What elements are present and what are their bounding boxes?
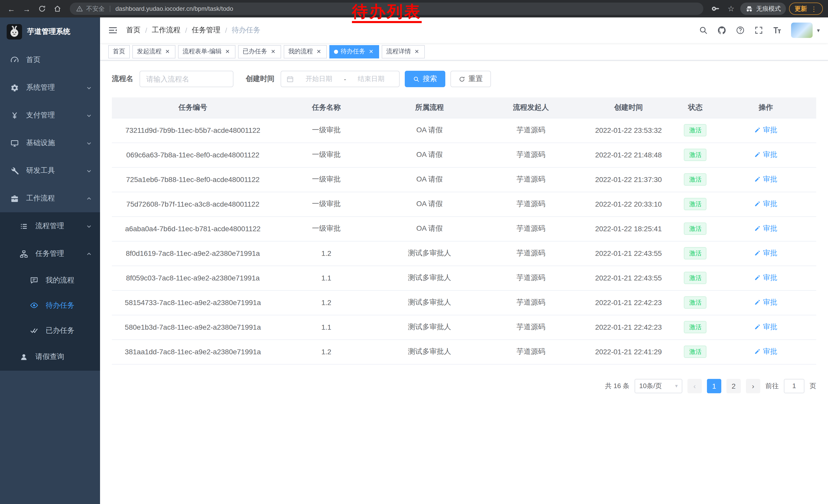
page-button-1[interactable]: 1	[707, 379, 721, 393]
task-table: 任务编号任务名称所属流程流程发起人创建时间状态操作 73211d9d-7b9b-…	[112, 97, 816, 364]
security-label: 不安全	[86, 4, 105, 13]
tab-start-process[interactable]: 发起流程×	[132, 45, 175, 58]
font-size-icon[interactable]	[773, 26, 782, 35]
page-button-2[interactable]: 2	[727, 379, 741, 393]
sidebar-item-my-process[interactable]: 我的流程	[0, 268, 100, 293]
briefcase-icon	[10, 194, 19, 203]
approve-link[interactable]: 审批	[754, 322, 778, 332]
page-size-select[interactable]: 10条/页 ▾	[634, 379, 682, 393]
home-icon[interactable]	[51, 3, 64, 15]
tab-todo-task[interactable]: 待办任务×	[329, 45, 379, 58]
sidebar-item-task-management[interactable]: 任务管理	[0, 240, 100, 268]
search-button-label: 搜索	[423, 74, 437, 84]
starter-cell: 芋道源码	[480, 241, 581, 266]
chevron-down-icon	[86, 112, 92, 118]
approve-link[interactable]: 审批	[754, 224, 778, 233]
page-suffix: 页	[810, 381, 816, 391]
top-navbar: 首页/工作流程/任务管理/待办任务 ▾	[100, 17, 828, 43]
sidebar-item-todo-task[interactable]: 待办任务	[0, 293, 100, 318]
status-cell: 激活	[675, 216, 716, 241]
sidebar-toggle-icon[interactable]	[108, 25, 118, 35]
goto-page-input[interactable]	[784, 379, 804, 393]
status-cell: 激活	[675, 142, 716, 167]
action-cell: 审批	[715, 192, 816, 216]
process-cell: 测试多审批人	[379, 290, 480, 315]
avatar[interactable]	[791, 22, 813, 38]
sidebar-item-done-task[interactable]: 已办任务	[0, 318, 100, 343]
approve-label: 审批	[763, 199, 778, 209]
sidebar-item-process-management[interactable]: 流程管理	[0, 212, 100, 240]
sidebar-item-home[interactable]: 首页	[0, 46, 100, 74]
approve-link[interactable]: 审批	[754, 175, 778, 184]
breadcrumb-item[interactable]: 任务管理	[192, 26, 220, 35]
tab-home[interactable]: 首页	[108, 45, 130, 58]
approve-link[interactable]: 审批	[754, 347, 778, 356]
sidebar-item-devtools[interactable]: 研发工具	[0, 157, 100, 185]
key-icon[interactable]	[709, 3, 722, 15]
chevron-down-icon	[86, 140, 92, 146]
warning-icon	[76, 5, 83, 12]
update-button[interactable]: 更新 ⋮	[789, 3, 823, 15]
tab-my-process[interactable]: 我的流程×	[284, 45, 327, 58]
sidebar-item-system[interactable]: 系统管理	[0, 74, 100, 101]
approve-label: 审批	[763, 150, 778, 159]
tab-done-task[interactable]: 已办任务×	[238, 45, 281, 58]
tab-close-icon[interactable]: ×	[224, 48, 231, 55]
reset-button[interactable]: 重置	[450, 71, 491, 87]
sidebar-item-infrastructure[interactable]: 基础设施	[0, 129, 100, 157]
tab-close-icon[interactable]: ×	[368, 48, 374, 55]
fullscreen-icon[interactable]	[754, 26, 763, 35]
select-caret-icon: ▾	[675, 383, 678, 388]
column-header: 所属流程	[379, 97, 480, 118]
logo[interactable]: 芋道管理系统	[0, 17, 100, 46]
sidebar-item-payment[interactable]: 支付管理	[0, 101, 100, 129]
column-header: 流程发起人	[480, 97, 581, 118]
process-cell: OA 请假	[379, 167, 480, 192]
tab-close-icon[interactable]: ×	[316, 48, 322, 55]
next-page-button[interactable]: ›	[746, 379, 760, 393]
approve-link[interactable]: 审批	[754, 150, 778, 159]
prev-page-button[interactable]: ‹	[688, 379, 702, 393]
tab-close-icon[interactable]: ×	[413, 48, 420, 55]
process-cell: OA 请假	[379, 192, 480, 216]
approve-link[interactable]: 审批	[754, 199, 778, 209]
back-icon[interactable]: ←	[5, 3, 17, 15]
tab-form-edit[interactable]: 流程表单-编辑×	[178, 45, 236, 58]
browser-menu-dots-icon[interactable]: ⋮	[811, 5, 817, 12]
active-tab-dot	[334, 49, 338, 54]
approve-link[interactable]: 审批	[754, 298, 778, 307]
tab-close-icon[interactable]: ×	[164, 48, 171, 55]
table-row: 8f059c03-7ac8-11ec-a9e2-a2380e71991a1.1测…	[112, 266, 816, 290]
date-range-picker[interactable]: 开始日期 - 结束日期	[281, 71, 400, 87]
forward-icon[interactable]: →	[20, 3, 33, 15]
sidebar-item-leave-query[interactable]: 请假查询	[0, 343, 100, 371]
search-button[interactable]: 搜索	[405, 71, 445, 87]
search-icon[interactable]	[699, 26, 708, 35]
breadcrumb-item[interactable]: 首页	[126, 26, 140, 35]
task-id-cell: 381aa1dd-7ac8-11ec-a9e2-a2380e71991a	[112, 339, 274, 364]
sidebar-item-label: 基础设施	[26, 138, 86, 148]
sidebar-item-label: 支付管理	[26, 111, 86, 120]
tags-bar: 首页发起流程×流程表单-编辑×已办任务×我的流程×待办任务×流程详情×	[100, 43, 828, 60]
tab-close-icon[interactable]: ×	[270, 48, 277, 55]
breadcrumb-item[interactable]: 工作流程	[152, 26, 180, 35]
approve-link[interactable]: 审批	[754, 126, 778, 135]
bookmark-star-icon[interactable]: ☆	[725, 3, 737, 15]
sidebar-item-workflow[interactable]: 工作流程	[0, 185, 100, 212]
create-time-cell: 2022-01-21 22:41:29	[582, 339, 675, 364]
approve-link[interactable]: 审批	[754, 249, 778, 258]
task-id-cell: 069c6a63-7b8a-11ec-8ef0-acde48001122	[112, 142, 274, 167]
approve-label: 审批	[763, 175, 778, 184]
github-icon[interactable]	[717, 26, 727, 35]
task-name-cell: 1.2	[274, 290, 379, 315]
help-icon[interactable]	[736, 26, 745, 35]
caret-down-icon[interactable]: ▾	[817, 27, 820, 34]
double-check-icon	[30, 326, 38, 335]
approve-link[interactable]: 审批	[754, 273, 778, 282]
process-name-input[interactable]	[139, 71, 234, 87]
reload-icon[interactable]	[36, 3, 48, 15]
tab-process-detail[interactable]: 流程详情×	[382, 45, 425, 58]
status-badge: 激活	[684, 296, 707, 309]
action-cell: 审批	[715, 339, 816, 364]
search-button-icon	[413, 76, 420, 82]
